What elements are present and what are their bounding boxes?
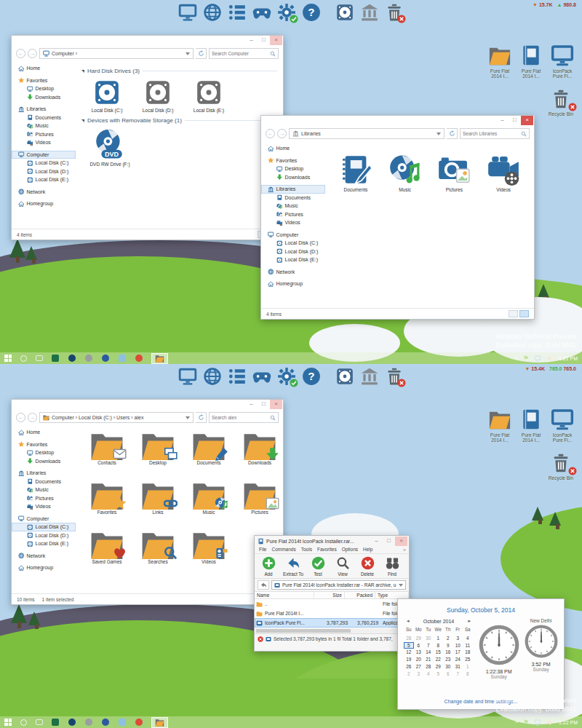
folder-item[interactable]: Saved Games <box>81 530 132 578</box>
taskbar-clock[interactable]: 1:21 PM <box>559 356 578 361</box>
close-button[interactable]: × <box>395 537 407 546</box>
day-cell[interactable]: 20 <box>414 656 424 663</box>
day-cell[interactable]: 3 <box>414 670 424 678</box>
sidebar-item[interactable]: Network <box>12 188 76 197</box>
day-cell[interactable]: 3 <box>453 635 463 642</box>
forward-button[interactable]: → <box>28 49 37 58</box>
search-button[interactable] <box>20 355 27 362</box>
day-cell[interactable]: 4 <box>423 670 434 678</box>
sidebar-item[interactable]: Music <box>12 486 76 494</box>
sidebar-item[interactable]: Computer <box>12 515 76 523</box>
dock-icon[interactable] <box>277 3 296 22</box>
forward-button[interactable]: → <box>277 129 287 138</box>
desktop-icon[interactable]: Pure Flat 2014 I... <box>486 405 514 443</box>
menu-item[interactable]: Help <box>363 547 372 552</box>
toolbar-overflow-icon[interactable]: » <box>403 547 406 553</box>
sidebar-item[interactable]: Pictures <box>12 494 76 503</box>
dock-icon[interactable] <box>203 367 222 386</box>
details-view-button[interactable] <box>509 310 518 317</box>
minimize-button[interactable]: – <box>245 400 258 409</box>
maximize-button[interactable]: □ <box>383 537 395 546</box>
day-cell[interactable]: 26 <box>404 663 414 670</box>
day-cell[interactable]: 19 <box>404 656 414 663</box>
day-cell[interactable]: 8 <box>434 642 444 649</box>
back-button[interactable]: ← <box>16 413 25 422</box>
search-input[interactable] <box>463 131 521 136</box>
dock-icon[interactable] <box>385 3 404 22</box>
folder-item[interactable]: Favorites <box>81 480 132 529</box>
day-cell[interactable]: 1 <box>463 663 473 670</box>
taskbar-app-icon[interactable] <box>119 355 126 362</box>
sidebar-item[interactable]: Desktop <box>261 165 325 173</box>
dock-icon[interactable] <box>302 3 321 22</box>
dock-icon[interactable] <box>228 3 247 22</box>
folder-item[interactable]: Desktop <box>132 431 183 479</box>
sidebar-item[interactable]: Downloads <box>261 173 325 182</box>
day-cell[interactable]: 31 <box>453 663 463 670</box>
tray-expand-icon[interactable]: ^ <box>516 356 518 361</box>
menu-item[interactable]: File <box>259 547 266 552</box>
refresh-button[interactable] <box>196 48 207 59</box>
dock-icon[interactable] <box>252 3 271 22</box>
drive-item[interactable]: Local Disk (D:) <box>132 79 183 113</box>
column-size[interactable]: Size <box>314 592 345 598</box>
breadcrumb[interactable]: Computer › <box>52 51 77 56</box>
day-cell[interactable]: 28 <box>423 663 434 670</box>
sidebar-item[interactable]: Computer <box>261 231 325 240</box>
sidebar-item[interactable]: Pictures <box>12 130 76 139</box>
combo-dropdown-icon[interactable] <box>399 584 403 587</box>
drive-item[interactable]: Local Disk (E:) <box>183 79 234 113</box>
address-bar[interactable]: Computer › Local Disk (C:) › Users › ale… <box>39 412 194 423</box>
toolbar-button[interactable]: Add <box>256 556 281 577</box>
sidebar-item[interactable]: Libraries <box>12 105 76 114</box>
sidebar-item[interactable]: Computer <box>12 151 76 159</box>
file-explorer-taskbar-button[interactable] <box>151 353 168 364</box>
search-box[interactable] <box>209 412 279 423</box>
sidebar-item[interactable]: Desktop <box>12 448 76 457</box>
sidebar-item[interactable]: Network <box>12 552 76 561</box>
titlebar[interactable]: – □ × <box>12 36 283 47</box>
recycle-bin-icon[interactable]: Recycle Bin <box>547 85 575 116</box>
day-cell[interactable]: 17 <box>453 649 463 656</box>
sidebar-item[interactable]: Libraries <box>261 185 325 194</box>
folder-item[interactable]: Links <box>132 480 183 529</box>
taskbar-app-icon[interactable] <box>85 719 92 726</box>
folder-item[interactable]: Documents <box>183 431 234 479</box>
collapse-icon[interactable] <box>81 70 84 73</box>
taskbar-app-icon[interactable] <box>68 719 76 726</box>
thumbnail-view-button[interactable] <box>519 310 529 317</box>
minimize-button[interactable]: – <box>370 537 383 546</box>
day-cell[interactable]: 24 <box>453 656 463 663</box>
dock-icon[interactable] <box>178 367 197 386</box>
sidebar-item[interactable]: Favorites <box>12 440 76 449</box>
folder-item[interactable]: Contacts <box>81 431 132 479</box>
dock-icon[interactable] <box>360 367 379 386</box>
taskbar-app-icon[interactable] <box>135 355 143 362</box>
day-cell[interactable]: 13 <box>414 649 424 656</box>
file-row[interactable]: Pure Flat 2014t I...File folder <box>255 609 409 618</box>
dock-icon[interactable] <box>360 3 379 22</box>
search-input[interactable] <box>212 415 270 420</box>
breadcrumb[interactable]: Libraries <box>301 131 321 136</box>
day-cell[interactable]: 6 <box>414 642 424 649</box>
day-cell[interactable]: 1 <box>434 635 444 642</box>
dvd-drive-item[interactable]: DVD RW Drive (F:) <box>81 128 138 167</box>
network-icon[interactable] <box>534 719 541 726</box>
file-explorer-taskbar-button[interactable] <box>151 717 168 728</box>
sidebar-item[interactable]: Music <box>12 122 76 130</box>
sidebar-item[interactable]: Videos <box>12 502 76 511</box>
group-header[interactable]: Devices with Removable Storage (1) <box>81 117 277 124</box>
day-cell[interactable]: 11 <box>463 642 473 649</box>
sidebar-item[interactable]: Music <box>261 202 325 210</box>
taskbar-clock[interactable]: 1:22 PM <box>559 720 578 725</box>
address-dropdown-icon[interactable] <box>186 52 190 55</box>
maximize-button[interactable]: □ <box>509 116 521 125</box>
sidebar-item[interactable]: Downloads <box>12 457 76 466</box>
maximize-button[interactable]: □ <box>258 36 270 45</box>
next-month-button[interactable]: ▸ <box>468 618 471 624</box>
taskbar-app-icon[interactable] <box>85 355 92 362</box>
start-button[interactable] <box>4 355 12 362</box>
day-cell[interactable]: 2 <box>404 670 414 678</box>
sidebar-item[interactable]: Local Disk (E:) <box>12 175 76 184</box>
day-cell[interactable]: 30 <box>423 635 434 642</box>
